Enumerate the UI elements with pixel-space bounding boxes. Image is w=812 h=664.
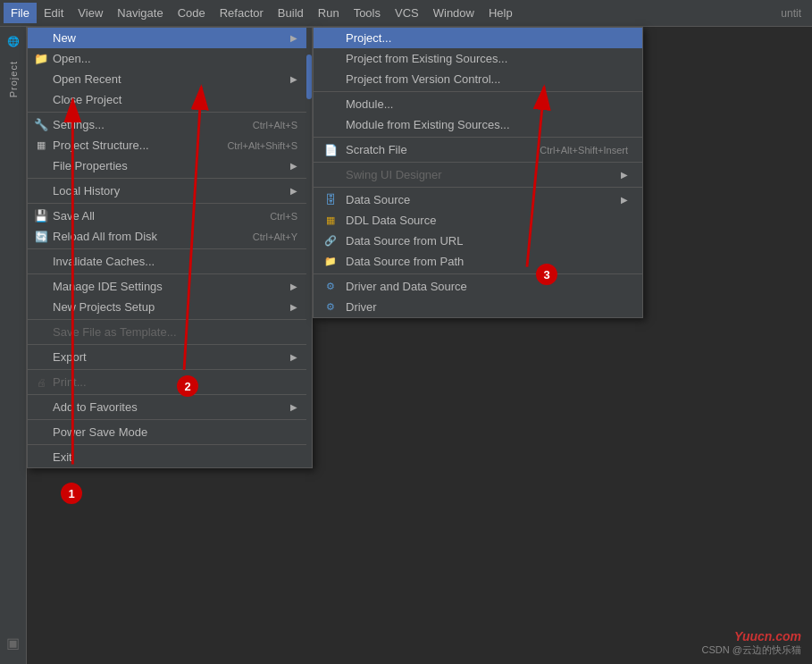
manage-ide-arrow: ▶ (290, 282, 297, 291)
menu-file[interactable]: File (4, 3, 37, 23)
menu-item-exit[interactable]: Exit (28, 447, 312, 467)
watermark: Yuucn.com CSDN @云边的快乐猫 (702, 629, 801, 657)
save-icon: 💾 (33, 208, 49, 224)
menu-item-project-structure[interactable]: ▦ Project Structure... Ctrl+Alt+Shift+S (28, 135, 312, 155)
separator-8 (28, 369, 312, 370)
settings-icon: 🔧 (33, 117, 49, 133)
submenu-item-data-path[interactable]: 📁 Data Source from Path (314, 251, 642, 272)
submenu-item-scratch[interactable]: 📄 Scratch File Ctrl+Alt+Shift+Insert (314, 139, 642, 160)
separator-11 (28, 444, 312, 445)
menu-item-close-project[interactable]: Close Project (28, 89, 312, 110)
driver-label: Driver (346, 300, 377, 314)
exit-label: Exit (53, 450, 72, 464)
data-path-label: Data Source from Path (346, 255, 464, 268)
menu-item-save-all[interactable]: 💾 Save All Ctrl+S (28, 206, 312, 226)
submenu-item-project-vcs[interactable]: Project from Version Control... (314, 69, 642, 89)
submenu-item-data-url[interactable]: 🔗 Data Source from URL (314, 231, 642, 251)
menu-item-local-history[interactable]: Local History ▶ (28, 181, 312, 201)
data-source-arrow: ▶ (621, 195, 628, 205)
new-icon (33, 30, 49, 46)
menu-item-settings[interactable]: 🔧 Settings... Ctrl+Alt+S (28, 114, 312, 135)
menu-item-new[interactable]: New ▶ (28, 28, 312, 48)
add-favorites-arrow: ▶ (290, 402, 297, 412)
new-submenu: Project... Project from Existing Sources… (313, 27, 643, 318)
driver-data-icon: ⚙ (321, 277, 340, 297)
data-source-label: Data Source (346, 193, 410, 206)
yuucn-brand: Yuucn.com (702, 629, 801, 643)
menu-item-manage-ide[interactable]: Manage IDE Settings ▶ (28, 276, 312, 297)
project-structure-icon: ▦ (33, 138, 49, 154)
project-label: Project... (346, 31, 391, 45)
menu-item-export[interactable]: Export ▶ (28, 347, 312, 367)
new-label: New (53, 31, 76, 45)
local-history-label: Local History (53, 184, 120, 198)
manage-ide-label: Manage IDE Settings (53, 280, 163, 293)
save-all-shortcut: Ctrl+S (243, 211, 297, 222)
module-existing-label: Module from Existing Sources... (346, 118, 510, 131)
scrollbar[interactable] (306, 28, 312, 467)
menu-vcs[interactable]: VCS (388, 3, 426, 23)
globe-icon[interactable]: 🌐 (1, 29, 26, 54)
export-label: Export (53, 350, 87, 364)
reload-shortcut: Ctrl+Alt+Y (226, 231, 297, 242)
menu-item-open-recent[interactable]: Open Recent ▶ (28, 69, 312, 89)
content-area: New ▶ 📁 Open... Open Recent ▶ Close Proj… (27, 27, 812, 664)
menu-item-file-properties[interactable]: File Properties ▶ (28, 155, 312, 176)
menu-help[interactable]: Help (481, 3, 520, 23)
menu-view[interactable]: View (71, 3, 110, 23)
menu-code[interactable]: Code (171, 3, 213, 23)
menu-window[interactable]: Window (426, 3, 481, 23)
menu-tools[interactable]: Tools (347, 3, 388, 23)
export-arrow: ▶ (290, 352, 297, 362)
submenu-item-module-existing[interactable]: Module from Existing Sources... (314, 114, 642, 135)
submenu-item-ddl[interactable]: ▦ DDL Data Source (314, 210, 642, 231)
reload-icon: 🔄 (33, 229, 49, 245)
annotation-3: 3 (536, 264, 557, 285)
submenu-sep-4 (314, 187, 642, 188)
sidebar-icon-2[interactable]: ▣ (1, 630, 26, 655)
menu-item-reload-all[interactable]: 🔄 Reload All from Disk Ctrl+Alt+Y (28, 226, 312, 247)
separator-2 (28, 178, 312, 179)
separator-9 (28, 394, 312, 395)
project-structure-label: Project Structure... (53, 139, 149, 152)
menu-item-print: 🖨 Print... (28, 372, 312, 392)
separator-1 (28, 112, 312, 113)
submenu-item-data-source[interactable]: 🗄 Data Source ▶ (314, 189, 642, 210)
folder-icon: 📁 (33, 51, 49, 67)
data-url-icon: 🔗 (321, 231, 340, 251)
save-all-label: Save All (53, 209, 95, 223)
swing-label: Swing UI Designer (346, 168, 442, 181)
data-url-label: Data Source from URL (346, 234, 464, 248)
window-title: untit (781, 7, 808, 20)
submenu-item-module[interactable]: Module... (314, 94, 642, 114)
menu-refactor[interactable]: Refactor (213, 3, 271, 23)
reload-label: Reload All from Disk (53, 230, 157, 243)
submenu-item-driver-data[interactable]: ⚙ Driver and Data Source (314, 276, 642, 297)
ddl-label: DDL Data Source (346, 214, 436, 227)
new-projects-setup-label: New Projects Setup (53, 300, 155, 314)
menu-run[interactable]: Run (311, 3, 347, 23)
main-area: 🌐 Project ▣ New ▶ 📁 Open... Open Recent … (0, 27, 812, 664)
submenu-item-project-existing[interactable]: Project from Existing Sources... (314, 48, 642, 69)
menu-item-new-projects-setup[interactable]: New Projects Setup ▶ (28, 297, 312, 317)
submenu-item-driver[interactable]: ⚙ Driver (314, 297, 642, 317)
menu-navigate[interactable]: Navigate (110, 3, 170, 23)
project-sidebar-label[interactable]: Project (8, 55, 19, 103)
menu-build[interactable]: Build (271, 3, 311, 23)
menu-item-open[interactable]: 📁 Open... (28, 48, 312, 69)
scratch-label: Scratch File (346, 143, 407, 156)
save-template-label: Save File as Template... (53, 325, 177, 339)
add-favorites-label: Add to Favorites (53, 400, 138, 414)
separator-5 (28, 273, 312, 274)
driver-icon: ⚙ (321, 298, 340, 317)
menubar: File Edit View Navigate Code Refactor Bu… (0, 0, 812, 27)
scratch-shortcut: Ctrl+Alt+Shift+Insert (522, 145, 628, 155)
data-source-icon: 🗄 (321, 190, 340, 210)
module-label: Module... (346, 97, 393, 111)
menu-item-invalidate[interactable]: Invalidate Caches... (28, 251, 312, 272)
menu-item-add-favorites[interactable]: Add to Favorites ▶ (28, 397, 312, 417)
submenu-item-project[interactable]: Project... (314, 28, 642, 48)
scroll-thumb[interactable] (306, 55, 312, 99)
menu-edit[interactable]: Edit (37, 3, 71, 23)
menu-item-power-save[interactable]: Power Save Mode (28, 422, 312, 442)
